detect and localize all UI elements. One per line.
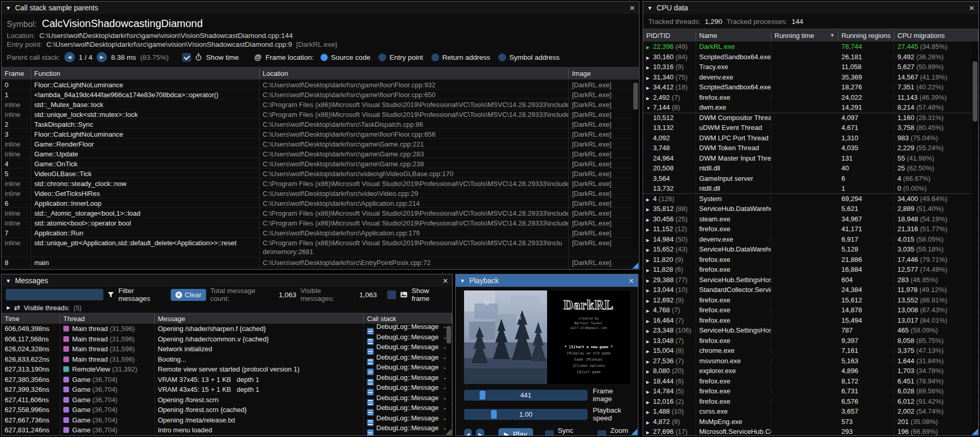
frame-location-option[interactable]: Source code (320, 54, 371, 61)
table-row[interactable]: ▶4,768 (7)firefox.exe187.54 ms (0.81%)14… (643, 305, 978, 315)
col-location[interactable]: Location (260, 69, 569, 78)
col-time[interactable]: Time (2, 314, 60, 323)
col-call-stack[interactable]: Call stack (364, 314, 452, 323)
table-row[interactable]: ▶15,652 (43)ServiceHub.DataWarehou580.22… (643, 244, 978, 255)
playback-titlebar[interactable]: ▼ Playback × (456, 274, 638, 287)
close-icon[interactable]: × (630, 4, 635, 12)
call-stack-titlebar[interactable]: ▼ Call stack sample parents × (2, 2, 639, 14)
table-row[interactable]: 8mainC:\Users\wolf\Desktop\darkrl\src\En… (2, 257, 639, 267)
collapse-icon[interactable]: ▼ (460, 278, 465, 284)
table-row[interactable]: inlineGame::UpdateC:\Users\wolf\Desktop\… (2, 149, 639, 158)
table-row[interactable]: ▶4 (126)System1.55 s (6.70%)69,29434,400… (643, 194, 978, 204)
expand-icon[interactable]: ▶ (7, 305, 10, 310)
table-row[interactable]: ▶12,692 (9)firefox.exe231.76 ms (1.00%)1… (643, 295, 978, 306)
table-row[interactable]: 4,092 DWM LPC Port Thread29.16 ms (0.13%… (643, 133, 978, 143)
step-forward-button[interactable]: ▶ (476, 429, 484, 436)
table-row[interactable]: ▶11,820 (9)firefox.exe346.58 ms (1.50%)2… (643, 255, 978, 265)
call-stack-scrollbar[interactable] (633, 81, 638, 247)
resize-grip[interactable] (632, 262, 638, 269)
table-row[interactable]: ▶30,456 (25)steam.exe643.61 ms (2.79%)34… (643, 214, 978, 224)
table-row[interactable]: 13,132 uDWM Event Thread68.29 ms (0.30%)… (643, 123, 978, 133)
table-row[interactable]: inlineinvoke_maind:\agent\_work\63\s\src… (2, 267, 639, 269)
table-row[interactable]: inlinestd::chrono::steady_clock::nowC:\P… (2, 178, 639, 188)
table-row[interactable]: ▶34,412 (18)ScriptedSandbox64.exe1.85 s … (643, 82, 978, 92)
table-row[interactable]: 6Application::InnerLoopC:\Users\wolf\Des… (2, 198, 639, 208)
table-row[interactable]: ▶11,828 (6)firefox.exe291.26 ms (1.26%)1… (643, 264, 978, 275)
table-row[interactable]: inlineVideo::GetTicksHiResC:\Users\wolf\… (2, 188, 639, 198)
prev-stack-button[interactable]: ◀ (64, 52, 75, 62)
close-icon[interactable]: × (629, 276, 634, 285)
col-running-regions[interactable]: Running regions (838, 32, 894, 39)
close-icon[interactable]: × (969, 4, 974, 12)
table-row[interactable]: 7Application::RunC:\Users\wolf\Desktop\d… (2, 228, 639, 237)
messages-titlebar[interactable]: ▼ Messages × (2, 274, 452, 287)
table-row[interactable]: ▶8,080 (20)explorer.exe105.66 ms (0.46%)… (643, 366, 978, 376)
table-row[interactable]: 3,748 DWM Token Thread23.37 ms (0.10%)4,… (643, 143, 978, 153)
show-time-checkbox[interactable] (182, 53, 191, 62)
table-row[interactable]: ▶27,536 (7)msvsmon.exe133.45 ms (0.58%)5… (643, 356, 978, 366)
table-row[interactable]: 4Game::OnTickC:\Users\wolf\Desktop\darkr… (2, 158, 639, 168)
table-row[interactable]: inlinestd::_Atomic_storage<bool,1>::load… (2, 208, 639, 218)
table-row[interactable]: 1<lambda_84a19dc444fae966ca174e83e708bdc… (2, 89, 639, 99)
table-row[interactable]: 3,564 GameInput server69.68 us (0.00%)64… (643, 174, 978, 184)
table-row[interactable]: ▶35,812 (88)ServiceHub.DataWarehou670.41… (643, 204, 978, 214)
location-value[interactable]: C:\Users\wolf\Desktop\darkrl\src\game\vi… (39, 32, 293, 39)
table-row[interactable]: ▶12,016 (2)firefox.exe84.89 ms (0.37%)6,… (643, 396, 978, 407)
col-name[interactable]: Name (696, 32, 771, 39)
radio-icon[interactable] (431, 54, 439, 61)
sync-timeline-checkbox[interactable] (545, 430, 554, 436)
table-row[interactable]: inlinestd::_Mutex_base::lockC:\Program F… (2, 99, 639, 109)
table-row[interactable]: ▶15,004 (8)chrome.exe147 ms (0.64%)7,161… (643, 346, 978, 356)
col-running-time[interactable]: Running time ▼ (771, 32, 838, 39)
table-row[interactable]: ▶1,488 (10)csrss.exe83.74 ms (0.36%)3,65… (643, 406, 978, 417)
table-row[interactable]: 3Floor::CalcLightNoLuminanceC:\Users\wol… (2, 129, 639, 139)
table-row[interactable]: ▶2,492 (7)firefox.exe1.71 s (7.42%)24,02… (643, 92, 978, 103)
table-row[interactable]: 10,512 DWM Compositor Thread1.53 s (6.63… (643, 113, 978, 123)
show-frame-checkbox[interactable] (387, 290, 396, 299)
collapse-icon[interactable]: ▼ (6, 278, 11, 284)
table-row[interactable]: inlinestd::atomic<bool>::operator boolC:… (2, 218, 639, 228)
table-row[interactable]: ▶16,464 (7)firefox.exe187 ms (0.81%)15,4… (643, 315, 978, 326)
table-row[interactable]: 13,732 ntdll.dll5.84 us (0.00%)10 (0.00%… (643, 183, 978, 194)
table-row[interactable]: 20,508 ntdll.dll1.01 ms (0.00%)4025 (62.… (643, 163, 978, 174)
zoom-2x-checkbox[interactable] (597, 430, 606, 436)
table-row[interactable]: ▶18,444 (6)firefox.exe104.2 ms (0.45%)8,… (643, 376, 978, 387)
table-row[interactable]: ▶13,048 (7)firefox.exe154.28 ms (0.67%)9… (643, 336, 978, 346)
col-cpu-migrations[interactable]: CPU migrations (894, 32, 978, 39)
table-row[interactable]: ▶11,152 (12)firefox.exe632.15 ms (2.74%)… (643, 224, 978, 234)
radio-icon[interactable] (320, 54, 328, 61)
table-row[interactable]: ▶23,348 (106)ServiceHub.SettingsHost158.… (643, 325, 978, 336)
col-pid-tid[interactable]: PID/TID (643, 32, 696, 39)
collapse-icon[interactable]: ▼ (6, 5, 11, 11)
table-row[interactable]: 24,964 DWM Master Input Thread5.03 ms (0… (643, 153, 978, 164)
table-row[interactable]: ▶14,984 (50)devenv.exe584.69 ms (2.53%)6… (643, 234, 978, 245)
step-back-button[interactable]: ◀ (464, 429, 472, 436)
resize-grip[interactable] (972, 429, 978, 435)
table-row[interactable]: ▶29,388 (77)ServiceHub.SettingsHost273.1… (643, 275, 978, 285)
filter-input[interactable] (6, 289, 103, 300)
table-row[interactable]: ▶13,044 (10)StandardCollector.Servic242.… (643, 285, 978, 295)
scrollbar-thumb[interactable] (446, 326, 451, 343)
resize-grip[interactable] (631, 429, 637, 435)
table-row[interactable]: ▶14,784 (5)firefox.exe97.95 ms (0.42%)6,… (643, 386, 978, 396)
play-button[interactable]: ▶ Play (498, 428, 533, 436)
frame-image-slider[interactable]: 441 (464, 390, 588, 401)
col-function[interactable]: Function (31, 69, 260, 78)
frame-location-option[interactable]: Return address (431, 54, 490, 61)
playback-frame-image[interactable]: DarkRL created byBartosz Taudulwolf.pld@… (464, 290, 630, 384)
scrollbar-thumb[interactable] (973, 61, 977, 122)
cpu-data-titlebar[interactable]: ▼ CPU data × (643, 2, 978, 14)
table-row[interactable]: ▶31,340 (75)devenv.exe1.91 s (8.26%)35,3… (643, 72, 978, 83)
table-row[interactable]: 2TaskDispatch::SyncC:\Users\wolf\Desktop… (2, 119, 639, 129)
table-row[interactable]: 5VideoGLBase::TickC:\Users\wolf\Desktop\… (2, 168, 639, 178)
table-row[interactable]: inlinestd::unique_lock<std::mutex>::lock… (2, 109, 639, 119)
messages-scrollbar[interactable] (446, 325, 452, 435)
col-thread[interactable]: Thread (60, 314, 155, 323)
radio-icon[interactable] (498, 54, 506, 61)
collapse-icon[interactable]: ▼ (647, 5, 652, 11)
scrollbar-thumb[interactable] (633, 83, 638, 110)
table-row[interactable]: ▶22,396 (49)DarkRL.exe14.33 s (62.06%)78… (643, 42, 978, 52)
table-row[interactable]: 0Floor::CalcLightNoLuminanceC:\Users\wol… (2, 80, 639, 89)
table-row[interactable]: inlineGame::RenderFloorC:\Users\wolf\Des… (2, 139, 639, 149)
frame-location-option[interactable]: Symbol address (498, 54, 560, 61)
